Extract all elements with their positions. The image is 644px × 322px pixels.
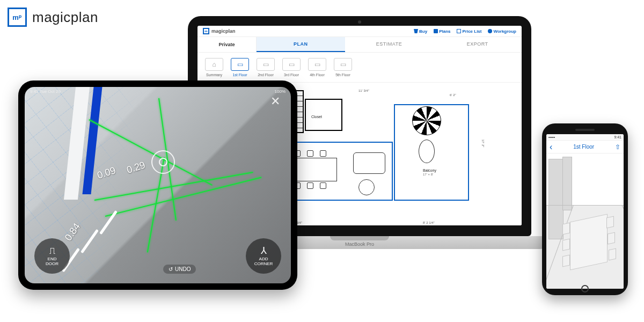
floor-4[interactable]: ▭ 4th Floor	[308, 58, 326, 77]
nav-pricelist[interactable]: Price List	[457, 29, 481, 34]
add-corner-button[interactable]: ⅄ ADD CORNER	[246, 238, 281, 274]
perspective-line	[621, 205, 624, 286]
status-battery: 100%	[275, 89, 286, 94]
phone-earpiece	[575, 129, 595, 131]
brand-logo-icon: mᵖ	[8, 8, 27, 27]
floor-label: 4th Floor	[310, 73, 325, 77]
brand-name: magicplan	[32, 9, 98, 26]
phone-screen: ••••• 9:41 ‹ 1st Floor ⇧	[546, 134, 624, 289]
nav-plans[interactable]: Plans	[434, 29, 450, 34]
workgroup-icon	[488, 29, 492, 33]
undo-icon: ↺	[169, 266, 173, 272]
phone-3d-view[interactable]	[546, 153, 624, 289]
tablet-ar-screen[interactable]: 9:41 Tue Oct 29 100% ✕ 0.09 0.29 0.84 ⎍ …	[25, 87, 291, 283]
shelving-3d	[562, 157, 572, 210]
floor-label: 1st Floor	[232, 73, 247, 77]
end-door-button[interactable]: ⎍ END DOOR	[34, 238, 70, 274]
dim-top-right: 11' 3/4"	[358, 89, 369, 92]
dim-bottom-right: 8' 2 1/4"	[423, 221, 435, 224]
floor-3[interactable]: ▭ 3rd Floor	[282, 58, 301, 77]
brand-lockup: mᵖ magicplan	[8, 8, 98, 27]
table-3d	[570, 214, 608, 270]
nav-buy[interactable]: Buy	[414, 29, 427, 34]
laptop-camera-icon	[358, 20, 361, 24]
sofa-icon	[353, 152, 385, 174]
chair-3d	[562, 223, 570, 235]
share-icon[interactable]: ⇧	[615, 143, 620, 151]
back-button[interactable]: ‹	[550, 142, 552, 152]
app-name: magicplan	[211, 28, 236, 34]
floor-summary[interactable]: ⌂ Summary	[205, 58, 223, 77]
laptop-model-label: MacBook Pro	[345, 241, 374, 247]
tab-export[interactable]: EXPORT	[433, 37, 522, 52]
app-top-bar: m magicplan Buy Plans Price List Workgro…	[197, 26, 522, 37]
floor-label: Summary	[206, 73, 222, 77]
project-scope-label[interactable]: Private	[197, 37, 257, 52]
floor-label: 3rd Floor	[284, 73, 299, 77]
chair-3d	[562, 239, 570, 251]
door-icon: ⎍	[49, 246, 55, 255]
chair-icon	[307, 150, 313, 157]
plans-icon	[434, 29, 438, 33]
add-corner-label: ADD CORNER	[254, 257, 273, 266]
nav-workgroup[interactable]: Workgroup	[488, 29, 516, 34]
room-balcony-label: Balcony17' × 8'	[423, 169, 436, 176]
corner-icon: ⅄	[261, 246, 267, 255]
floor-icon: ▭	[231, 58, 249, 71]
status-time: 9:41	[614, 135, 621, 139]
tablet-device: 9:41 Tue Oct 29 100% ✕ 0.09 0.29 0.84 ⎍ …	[18, 80, 297, 290]
phone-home-button[interactable]	[581, 285, 589, 292]
end-door-label: END DOOR	[46, 257, 58, 266]
tab-estimate[interactable]: ESTIMATE	[345, 37, 434, 52]
phone-nav-bar: ‹ 1st Floor ⇧	[546, 141, 624, 153]
armchair-icon	[358, 179, 375, 195]
chair-icon	[307, 182, 313, 189]
ar-reticle-icon	[151, 150, 175, 174]
chair-3d	[562, 255, 570, 267]
floor-icon: ▭	[257, 58, 275, 71]
chair-3d	[608, 232, 615, 245]
house-icon: ⌂	[205, 58, 223, 71]
floor-label: 2nd Floor	[258, 73, 274, 77]
floor-icon: ▭	[308, 58, 326, 71]
horizon-line	[546, 205, 624, 206]
chair-3d	[606, 216, 614, 229]
floor-icon: ▭	[334, 58, 352, 71]
tablet-status-bar: 9:41 Tue Oct 29 100%	[30, 89, 286, 94]
undo-button[interactable]: ↺ UNDO	[163, 265, 196, 274]
room-closet-label: Closet	[311, 115, 322, 119]
phone-status-bar: ••••• 9:41	[546, 134, 624, 141]
close-icon[interactable]: ✕	[268, 94, 282, 108]
room-closet[interactable]	[305, 99, 342, 131]
floor-icon: ▭	[282, 58, 301, 71]
floor-label: 5th Floor	[335, 73, 350, 77]
umbrella-icon	[412, 106, 441, 135]
chair-icon	[320, 182, 326, 189]
dim-right-side: 17' 2"	[481, 140, 485, 148]
floor-selector: ⌂ Summary ▭ 1st Floor ▭ 2nd Floor ▭ 3rd …	[197, 53, 522, 83]
phone-screen-title: 1st Floor	[573, 144, 594, 150]
floor-2[interactable]: ▭ 2nd Floor	[257, 58, 275, 77]
chair-3d	[609, 248, 616, 261]
tab-plan[interactable]: PLAN	[257, 37, 345, 52]
chair-icon	[320, 150, 326, 157]
pricelist-icon	[457, 29, 461, 33]
app-subnav: Private PLAN ESTIMATE EXPORT	[197, 37, 522, 53]
dim-far-right: 6' 2"	[450, 93, 456, 97]
cart-icon	[414, 29, 418, 33]
app-logo-icon: m	[203, 28, 209, 34]
status-time: 9:41 Tue Oct 29	[30, 89, 61, 94]
phone-device: ••••• 9:41 ‹ 1st Floor ⇧	[542, 123, 628, 295]
wall-3d	[548, 159, 564, 239]
status-signal: •••••	[548, 135, 555, 139]
undo-label: UNDO	[175, 266, 191, 272]
floor-1[interactable]: ▭ 1st Floor	[231, 58, 249, 77]
patio-table-icon	[419, 140, 435, 163]
floor-5[interactable]: ▭ 5th Floor	[334, 58, 352, 77]
